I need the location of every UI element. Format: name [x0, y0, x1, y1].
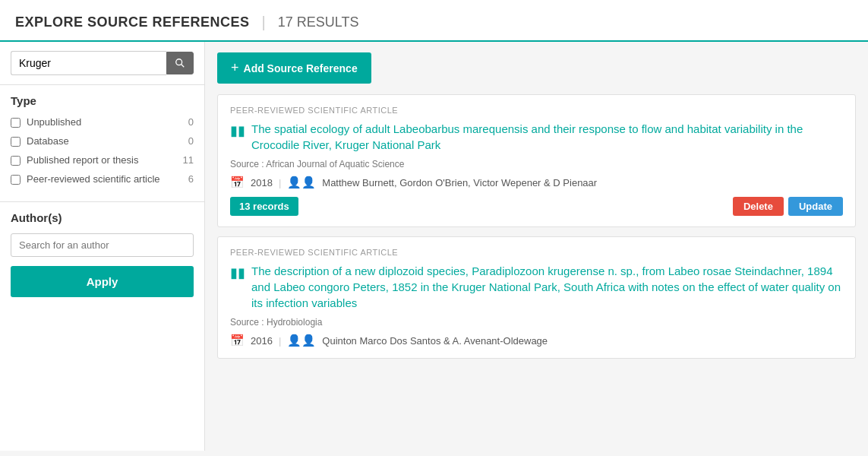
- article-icon-1: ▮▮: [230, 122, 245, 141]
- records-row-1: 13 records Delete Update: [230, 197, 843, 216]
- sidebar: Type Unpublished 0 Database 0 Published …: [0, 42, 205, 451]
- article-meta-1: 📅 2018 | 👤👤 Matthew Burnett, Gordon O'Br…: [230, 176, 843, 189]
- search-icon: [175, 58, 185, 68]
- filter-label-database: Database: [27, 135, 172, 148]
- page-title: EXPLORE SOURCE REFERENCES: [15, 14, 250, 30]
- search-input[interactable]: [11, 51, 166, 75]
- page-header: EXPLORE SOURCE REFERENCES | 17 RESULTS: [0, 0, 868, 42]
- filter-checkbox-published-report[interactable]: [11, 156, 21, 166]
- author-section-title: Author(s): [11, 211, 194, 224]
- toolbar-row: + Add Source Reference: [217, 52, 856, 84]
- authors-icon-1: 👤👤: [287, 176, 316, 189]
- plus-icon: +: [231, 60, 239, 76]
- article-type-1: PEER-REVIEWED SCIENTIFIC ARTICLE: [230, 106, 843, 115]
- add-source-label: Add Source Reference: [244, 62, 358, 74]
- article-year-1: 2018: [251, 177, 273, 188]
- article-source-2: Source : Hydrobiologia: [230, 317, 843, 328]
- author-search-input[interactable]: [11, 233, 194, 257]
- records-badge-1: 13 records: [230, 197, 298, 216]
- main-content: + Add Source Reference PEER-REVIEWED SCI…: [205, 42, 868, 451]
- filter-checkbox-database[interactable]: [11, 137, 21, 147]
- meta-divider-2: |: [279, 335, 281, 347]
- action-buttons-1: Delete Update: [733, 197, 843, 216]
- filter-label-unpublished: Unpublished: [27, 116, 172, 129]
- type-filter-title: Type: [11, 94, 194, 107]
- article-title-2[interactable]: ▮▮ The description of a new diplozoid sp…: [230, 263, 843, 311]
- svg-point-0: [176, 59, 182, 65]
- main-layout: Type Unpublished 0 Database 0 Published …: [0, 42, 868, 451]
- calendar-icon-1: 📅: [230, 176, 245, 189]
- filter-item-peer-reviewed: Peer-reviewed scientific article 6: [11, 173, 194, 186]
- filter-item-unpublished: Unpublished 0: [11, 116, 194, 129]
- update-button-1[interactable]: Update: [788, 197, 843, 216]
- filter-count-published-report: 11: [178, 154, 194, 166]
- add-source-button[interactable]: + Add Source Reference: [217, 52, 371, 84]
- article-year-2: 2016: [251, 335, 273, 347]
- filter-count-unpublished: 0: [178, 116, 194, 128]
- meta-divider-1: |: [279, 177, 281, 188]
- filter-item-database: Database 0: [11, 135, 194, 148]
- article-title-1[interactable]: ▮▮ The spatial ecology of adult Labeobar…: [230, 121, 843, 153]
- results-count: 17 RESULTS: [278, 14, 359, 30]
- article-icon-2: ▮▮: [230, 264, 245, 283]
- filter-label-published-report: Published report or thesis: [27, 154, 172, 167]
- article-source-1: Source : African Journal of Aquatic Scie…: [230, 159, 843, 169]
- search-box-container: [0, 42, 204, 85]
- filter-label-peer-reviewed: Peer-reviewed scientific article: [27, 173, 172, 186]
- calendar-icon-2: 📅: [230, 334, 245, 347]
- apply-button[interactable]: Apply: [11, 266, 194, 297]
- filter-item-published-report: Published report or thesis 11: [11, 154, 194, 167]
- article-card-2: PEER-REVIEWED SCIENTIFIC ARTICLE ▮▮ The …: [217, 236, 856, 359]
- article-card-1: PEER-REVIEWED SCIENTIFIC ARTICLE ▮▮ The …: [217, 94, 856, 227]
- authors-icon-2: 👤👤: [287, 334, 316, 347]
- article-type-2: PEER-REVIEWED SCIENTIFIC ARTICLE: [230, 248, 843, 257]
- article-meta-2: 📅 2016 | 👤👤 Quinton Marco Dos Santos & A…: [230, 334, 843, 347]
- search-button[interactable]: [166, 52, 194, 74]
- article-authors-2: Quinton Marco Dos Santos & A. Avenant-Ol…: [322, 335, 548, 347]
- article-authors-1: Matthew Burnett, Gordon O'Brien, Victor …: [322, 177, 597, 188]
- filter-count-database: 0: [178, 135, 194, 147]
- author-section: Author(s) Apply: [0, 202, 204, 306]
- filter-checkbox-unpublished[interactable]: [11, 118, 21, 128]
- type-filter-section: Type Unpublished 0 Database 0 Published …: [0, 85, 204, 202]
- header-divider: |: [262, 14, 266, 31]
- article-title-text-1: The spatial ecology of adult Labeobarbus…: [251, 121, 843, 153]
- article-title-text-2: The description of a new diplozoid speci…: [251, 263, 843, 311]
- svg-line-1: [181, 65, 185, 68]
- filter-count-peer-reviewed: 6: [178, 173, 194, 185]
- filter-checkbox-peer-reviewed[interactable]: [11, 175, 21, 185]
- delete-button-1[interactable]: Delete: [733, 197, 784, 216]
